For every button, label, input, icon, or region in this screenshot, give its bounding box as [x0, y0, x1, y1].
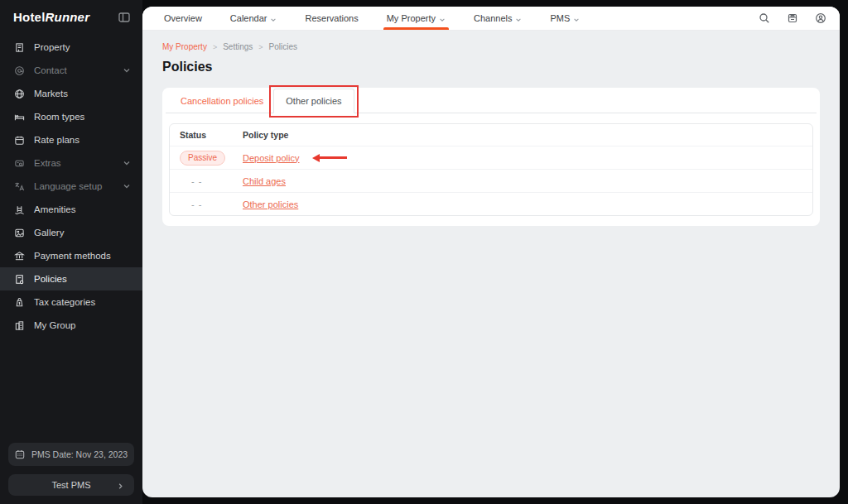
- sidebar-item-payment-methods[interactable]: Payment methods: [0, 244, 142, 267]
- other-policies-link[interactable]: Other policies: [243, 199, 298, 209]
- sidebar-item-label: Tax categories: [34, 297, 131, 307]
- calendar-icon: [15, 449, 25, 459]
- red-annotation-arrow: [312, 154, 347, 162]
- status-cell: - -: [170, 199, 233, 209]
- chevron-down-icon: [573, 15, 580, 22]
- column-header-policy-type: Policy type: [233, 130, 812, 140]
- policy-cell: Child ages: [233, 176, 812, 186]
- sidebar-item-label: Property: [34, 42, 131, 52]
- sidebar-item-rate-plans[interactable]: Rate plans: [0, 128, 142, 151]
- calendar-rate-icon: [13, 134, 25, 146]
- child-ages-link[interactable]: Child ages: [243, 176, 286, 186]
- deposit-policy-link[interactable]: Deposit policy: [243, 153, 299, 163]
- sidebar-item-label: Amenities: [34, 204, 131, 214]
- breadcrumb-separator: >: [213, 43, 217, 51]
- globe-icon: [13, 88, 25, 99]
- sidebar-item-room-types[interactable]: Room types: [0, 105, 142, 128]
- main-panel: Overview Calendar Reservations My Proper…: [142, 7, 840, 497]
- bank-icon: [13, 250, 25, 262]
- sidebar-item-extras[interactable]: Extras: [0, 151, 142, 175]
- policy-cell: Deposit policy: [233, 153, 812, 163]
- logo-part-1: Hotel: [13, 10, 46, 24]
- tab-my-property[interactable]: My Property: [378, 7, 454, 30]
- tab-overview[interactable]: Overview: [156, 7, 210, 30]
- page-title: Policies: [162, 60, 820, 74]
- tax-bag-icon: [13, 296, 25, 308]
- status-empty: - -: [180, 199, 202, 209]
- hotelrunner-logo: HotelRunner: [13, 10, 89, 24]
- policies-card: Cancellation policies Other policies Sta…: [162, 88, 820, 226]
- sidebar-item-label: Contact: [34, 65, 123, 75]
- sidebar: HotelRunner Property Contact Markets Roo…: [0, 0, 142, 504]
- sidebar-item-my-group[interactable]: My Group: [0, 314, 142, 337]
- breadcrumb-policies: Policies: [269, 42, 297, 51]
- sidebar-item-label: Gallery: [34, 228, 131, 238]
- sidebar-item-label: Room types: [34, 112, 131, 122]
- breadcrumb-settings[interactable]: Settings: [223, 42, 253, 51]
- sidebar-item-label: Payment methods: [34, 251, 131, 261]
- building-icon: [13, 41, 25, 53]
- policies-table: Status Policy type Passive Deposit polic…: [169, 123, 813, 216]
- pool-icon: [13, 204, 25, 215]
- chevron-down-icon: [123, 182, 131, 190]
- sidebar-item-language-setup[interactable]: Language setup: [0, 175, 142, 198]
- pos-device-icon[interactable]: [787, 12, 798, 24]
- logo-part-2: Runner: [46, 10, 90, 24]
- table-row: - - Child ages: [170, 169, 812, 192]
- table-header-row: Status Policy type: [170, 124, 812, 146]
- chevron-down-icon: [123, 159, 131, 167]
- at-sign-icon: [13, 65, 25, 76]
- bed-icon: [13, 111, 25, 122]
- tab-label: Reservations: [305, 13, 358, 23]
- table-row: Passive Deposit policy: [170, 146, 812, 169]
- sidebar-header: HotelRunner: [0, 0, 142, 32]
- status-empty: - -: [180, 176, 202, 186]
- translate-icon: [13, 180, 25, 192]
- sidebar-item-gallery[interactable]: Gallery: [0, 221, 142, 244]
- test-pms-button[interactable]: Test PMS: [8, 474, 134, 496]
- status-badge: Passive: [180, 151, 225, 166]
- pms-date-chip[interactable]: PMS Date: Nov 23, 2023: [8, 443, 134, 466]
- search-icon[interactable]: [759, 12, 770, 24]
- status-cell: - -: [170, 176, 233, 186]
- sidebar-item-policies[interactable]: Policies: [0, 267, 142, 290]
- tab-calendar[interactable]: Calendar: [222, 7, 286, 30]
- sidebar-collapse-icon[interactable]: [118, 11, 131, 24]
- sidebar-item-label: Markets: [34, 89, 131, 98]
- chevron-down-icon: [123, 66, 131, 74]
- sidebar-item-label: Policies: [34, 274, 131, 284]
- policies-tabbar: Cancellation policies Other policies: [166, 88, 817, 113]
- tab-other-policies[interactable]: Other policies: [273, 89, 354, 113]
- sidebar-item-label: Language setup: [34, 181, 123, 191]
- tab-label: PMS: [550, 13, 570, 23]
- arrow-head: [312, 154, 320, 162]
- ticket-icon: [13, 157, 25, 169]
- breadcrumb-my-property[interactable]: My Property: [162, 42, 207, 51]
- tab-other-policies-wrap: Other policies: [273, 89, 354, 113]
- tab-pms[interactable]: PMS: [542, 7, 588, 30]
- chevron-down-icon: [270, 15, 277, 22]
- sidebar-item-markets[interactable]: Markets: [0, 82, 142, 105]
- image-icon: [13, 227, 25, 238]
- sidebar-item-tax-categories[interactable]: Tax categories: [0, 290, 142, 314]
- account-icon[interactable]: [815, 12, 826, 24]
- sidebar-item-label: My Group: [34, 320, 131, 330]
- table-row: - - Other policies: [170, 192, 812, 215]
- tab-reservations[interactable]: Reservations: [296, 7, 366, 30]
- sidebar-nav: Property Contact Markets Room types Rate…: [0, 36, 142, 337]
- tab-channels[interactable]: Channels: [465, 7, 530, 30]
- chevron-down-icon: [515, 15, 522, 22]
- sidebar-item-label: Rate plans: [34, 135, 131, 145]
- page-content: My Property > Settings > Policies Polici…: [142, 31, 840, 226]
- sidebar-item-amenities[interactable]: Amenities: [0, 198, 142, 221]
- sidebar-item-property[interactable]: Property: [0, 36, 142, 59]
- sidebar-item-contact[interactable]: Contact: [0, 59, 142, 82]
- tab-cancellation-policies[interactable]: Cancellation policies: [171, 89, 273, 113]
- test-pms-label: Test PMS: [51, 480, 90, 490]
- breadcrumb: My Property > Settings > Policies: [162, 42, 820, 51]
- tab-label: My Property: [387, 13, 436, 23]
- policy-cell: Other policies: [233, 199, 812, 209]
- status-cell: Passive: [170, 151, 233, 166]
- tab-label: Overview: [164, 13, 202, 23]
- sidebar-footer: PMS Date: Nov 23, 2023 Test PMS: [8, 443, 134, 496]
